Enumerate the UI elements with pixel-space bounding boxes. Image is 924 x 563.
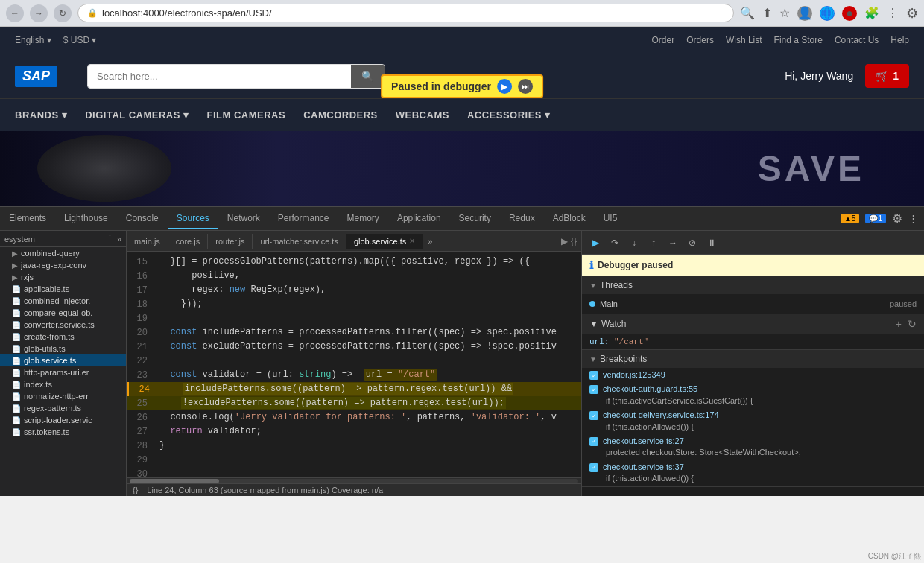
search-input[interactable] <box>88 65 351 88</box>
close-tab-icon[interactable]: ✕ <box>409 237 415 245</box>
tab-lighthouse[interactable]: Lighthouse <box>55 209 117 229</box>
bp-checkbox-delivery[interactable] <box>589 411 598 420</box>
tree-item-regex[interactable]: 📄 regex-pattern.ts <box>0 402 126 414</box>
tree-item-compare[interactable]: 📄 compare-equal-ob. <box>0 307 126 319</box>
nav-help[interactable]: Help <box>890 35 909 45</box>
source-tab-glob-service[interactable]: glob.service.ts ✕ <box>346 234 423 249</box>
cursor-icon: {} <box>133 486 138 494</box>
breakpoints-content: vendor.js:125349 checkout-auth.guard.ts:… <box>582 368 924 486</box>
bp-checkbox-auth[interactable] <box>589 385 598 394</box>
nav-digital-cameras[interactable]: DIGITAL CAMERAS ▾ <box>85 101 189 130</box>
tree-item-glob-service[interactable]: 📄 glob.service.ts <box>0 354 126 366</box>
tab-ui5[interactable]: UI5 <box>595 209 627 229</box>
search-icon[interactable]: 🔍 <box>740 6 755 20</box>
bp-checkbox-checkout37[interactable] <box>589 463 598 472</box>
refresh-button[interactable]: ↻ <box>54 4 72 22</box>
extension-icon-2[interactable]: ● <box>842 6 857 21</box>
step-button[interactable]: → <box>665 235 680 250</box>
refresh-watch-button[interactable]: ↻ <box>908 318 917 330</box>
source-tab-router[interactable]: router.js <box>208 234 253 249</box>
nav-accessories[interactable]: ACCESSORIES ▾ <box>467 101 551 130</box>
tab-elements[interactable]: Elements <box>0 209 55 229</box>
tree-item-glob-utils[interactable]: 📄 glob-utils.ts <box>0 343 126 354</box>
main-thread-label: Main <box>600 299 618 308</box>
bp-checkbox-vendor[interactable] <box>589 371 598 380</box>
back-button[interactable]: ← <box>6 4 24 22</box>
add-watch-button[interactable]: + <box>896 318 902 330</box>
tab-network[interactable]: Network <box>218 209 269 229</box>
puzzle-icon[interactable]: 🧩 <box>864 6 879 20</box>
nav-film-cameras[interactable]: FILM CAMERAS <box>206 101 285 130</box>
watch-section: ▼ Watch + ↻ url: "/cart" <box>582 314 924 350</box>
tab-console[interactable]: Console <box>117 209 168 229</box>
tree-item-index[interactable]: 📄 index.ts <box>0 378 126 390</box>
bp-vendor: vendor.js:125349 <box>582 368 924 382</box>
nav-store[interactable]: Find a Store <box>774 35 823 45</box>
menu-icon[interactable]: ⋮ <box>887 6 899 20</box>
breakpoints-arrow: ▼ <box>589 355 597 363</box>
tree-item-normalize[interactable]: 📄 normalize-http-err <box>0 390 126 402</box>
tab-memory[interactable]: Memory <box>338 209 388 229</box>
search-button[interactable]: 🔍 <box>351 65 385 88</box>
file-tree-more[interactable]: ⋮ <box>106 234 114 244</box>
tree-item-ssr[interactable]: 📄 ssr.tokens.ts <box>0 426 126 438</box>
nav-orders[interactable]: Orders <box>686 35 714 45</box>
profile-icon[interactable]: 👤 <box>797 6 812 21</box>
cart-button[interactable]: 🛒 1 <box>865 64 909 88</box>
tree-item-script[interactable]: 📄 script-loader.servic <box>0 414 126 426</box>
nav-webcams[interactable]: WEBCAMS <box>396 101 449 130</box>
tree-item-rxjs[interactable]: ▶ rxjs <box>0 271 126 283</box>
code-editor[interactable]: 15 }[] = processGlobPatterns(patterns).m… <box>127 252 581 477</box>
tree-item-applicable[interactable]: 📄 applicable.ts <box>0 283 126 295</box>
step-into-button[interactable]: ↓ <box>627 235 642 250</box>
step-over-button[interactable]: ↷ <box>607 235 622 250</box>
language-selector[interactable]: English ▾ <box>15 35 51 45</box>
extension-icon-1[interactable]: 🌐 <box>820 6 835 21</box>
tab-adblock[interactable]: AdBlock <box>544 209 595 229</box>
share-icon[interactable]: ⬆ <box>762 6 772 20</box>
bookmark-icon[interactable]: ☆ <box>779 6 790 20</box>
resume-button[interactable]: ▶ <box>497 79 512 94</box>
source-tab-main[interactable]: main.js <box>127 234 168 249</box>
threads-header[interactable]: ▼ Threads <box>582 276 924 294</box>
breakpoints-header[interactable]: ▼ Breakpoints <box>582 350 924 368</box>
source-tab-url-matcher[interactable]: url-matcher.service.ts <box>253 234 346 249</box>
nav-brands[interactable]: BRANDS ▾ <box>15 101 67 130</box>
horizontal-scrollbar[interactable] <box>127 477 581 483</box>
file-tree-expand[interactable]: » <box>117 235 121 244</box>
tree-item-converter[interactable]: 📄 converter.service.ts <box>0 319 126 331</box>
settings-icon[interactable]: ⚙ <box>892 211 902 226</box>
nav-order[interactable]: Order <box>652 35 675 45</box>
threads-content: Main paused <box>582 294 924 314</box>
nav-wishlist[interactable]: Wish List <box>726 35 762 45</box>
forward-button[interactable]: → <box>30 4 48 22</box>
status-bar: {} Line 24, Column 63 (source mapped fro… <box>127 483 581 496</box>
tab-performance[interactable]: Performance <box>269 209 338 229</box>
tree-item-combined[interactable]: 📄 combined-injector. <box>0 295 126 307</box>
tree-item-java[interactable]: ▶ java-reg-exp-conv <box>0 259 126 271</box>
bp-checkbox-checkout27[interactable] <box>589 437 598 446</box>
tree-item-create[interactable]: 📄 create-from.ts <box>0 331 126 343</box>
deactivate-breakpoints[interactable]: ⊘ <box>685 235 700 250</box>
step-button[interactable]: ⏭ <box>518 79 533 94</box>
tab-redux[interactable]: Redux <box>500 209 544 229</box>
tab-sources[interactable]: Sources <box>168 209 218 229</box>
tree-item-http[interactable]: 📄 http-params-uri.er <box>0 366 126 378</box>
nav-contact[interactable]: Contact Us <box>835 35 879 45</box>
sap-logo[interactable]: SAP <box>15 66 57 87</box>
more-source-tabs[interactable]: » <box>423 237 437 246</box>
currency-selector[interactable]: $ USD ▾ <box>63 35 97 45</box>
more-icon[interactable]: ⋮ <box>908 213 918 224</box>
step-out-button[interactable]: ↑ <box>646 235 661 250</box>
address-bar[interactable]: 🔒 localhost:4000/electronics-spa/en/USD/ <box>77 4 734 22</box>
run-snippet-icon[interactable]: ▶ <box>561 236 568 246</box>
resume-debug-button[interactable]: ▶ <box>588 235 603 250</box>
tab-application[interactable]: Application <box>388 209 450 229</box>
tree-item-query[interactable]: ▶ combined-query <box>0 247 126 259</box>
nav-camcorders[interactable]: CAMCORDERS <box>303 101 378 130</box>
format-icon[interactable]: {} <box>571 236 577 246</box>
tab-security[interactable]: Security <box>450 209 500 229</box>
pause-exceptions[interactable]: ⏸ <box>704 235 719 250</box>
source-tab-core[interactable]: core.js <box>168 234 208 249</box>
scrollbar-thumb[interactable] <box>130 479 219 483</box>
